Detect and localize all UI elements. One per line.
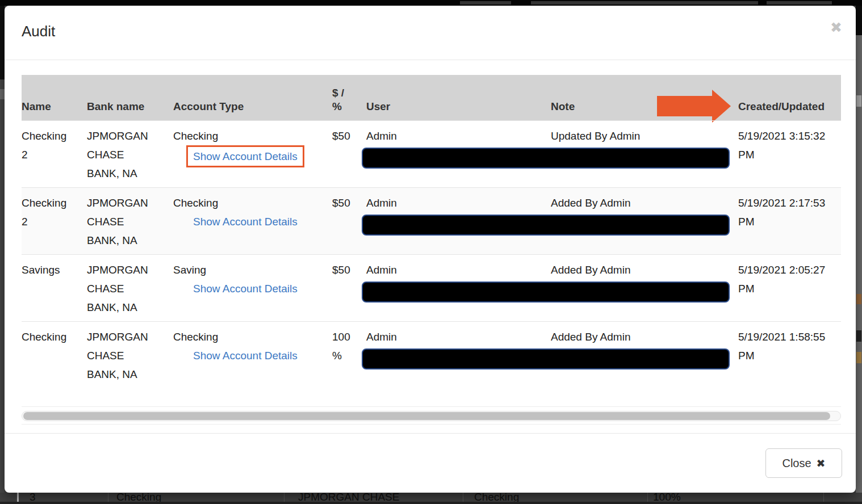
- account-type-cell: Checking Show Account Details: [173, 188, 332, 254]
- background-text-fragment: [0, 89, 5, 99]
- created-updated: 5/19/2021 3:15:32 PM: [738, 121, 840, 187]
- bank-name: JPMORGAN CHASE BANK, NA: [87, 255, 173, 321]
- amount: $50: [332, 121, 366, 187]
- background-dark-region: [856, 6, 862, 35]
- amount: 100 %: [332, 322, 366, 406]
- bank-name: JPMORGAN CHASE BANK, NA: [87, 188, 173, 254]
- background-text-fragment: [460, 1, 511, 5]
- background-text-fragment: [616, 1, 758, 5]
- account-type: Checking: [173, 197, 218, 209]
- modal-footer: Close ✖: [5, 433, 856, 493]
- close-icon[interactable]: ✖: [830, 20, 842, 35]
- background-dark-region: [0, 6, 5, 79]
- arrow-head: [712, 90, 731, 123]
- modal-header: Audit ✖: [5, 6, 856, 60]
- background-text-fragment: [856, 95, 861, 107]
- account-type: Checking: [173, 331, 218, 343]
- header-created-updated: Created/Updated: [738, 75, 840, 120]
- annotation-highlight-box: Show Account Details: [186, 145, 304, 167]
- header-account-type: Account Type: [173, 75, 332, 120]
- header-bank-name: Bank name: [87, 75, 173, 120]
- header-amount: $ / %: [332, 75, 366, 120]
- redacted-input[interactable]: [362, 282, 730, 303]
- bank-name: JPMORGAN CHASE BANK, NA: [87, 121, 173, 187]
- amount: $50: [332, 188, 366, 254]
- background-table-row: 3 Checking JPMORGAN CHASE Checking 100%: [0, 493, 862, 504]
- show-account-details-link[interactable]: Show Account Details: [193, 147, 298, 166]
- table-row: Checking JPMORGAN CHASE BANK, NA Checkin…: [22, 321, 841, 406]
- redacted-input[interactable]: [362, 348, 730, 369]
- background-text-fragment: [767, 1, 832, 5]
- show-account-details-link[interactable]: Show Account Details: [193, 346, 298, 365]
- modal-body: Name Bank name Account Type $ / % User N…: [5, 60, 856, 425]
- account-name: Savings: [22, 255, 87, 321]
- background-text-fragment: [856, 352, 861, 363]
- account-name: Checking 2: [22, 121, 87, 187]
- scrollbar-thumb[interactable]: [23, 412, 830, 420]
- background-text-fragment: [856, 330, 861, 342]
- account-type-cell: Saving Show Account Details: [173, 255, 332, 321]
- audit-modal: Audit ✖ Name Bank name Account Type $ / …: [5, 6, 856, 493]
- background-right-strip: [856, 6, 862, 493]
- bank-name: JPMORGAN CHASE BANK, NA: [87, 322, 173, 406]
- table-row: Checking 2 JPMORGAN CHASE BANK, NA Check…: [22, 120, 841, 187]
- redacted-input[interactable]: [362, 215, 730, 236]
- account-type: Checking: [173, 130, 218, 142]
- modal-title: Audit: [22, 23, 55, 40]
- account-type: Saving: [173, 264, 206, 276]
- account-name: Checking 2: [22, 188, 87, 254]
- background-left-strip: [0, 6, 5, 493]
- table-row: Checking 2 JPMORGAN CHASE BANK, NA Check…: [22, 187, 841, 254]
- account-type-cell: Checking Show Account Details: [173, 322, 332, 406]
- header-user: User: [366, 75, 551, 120]
- background-table-border: [17, 493, 19, 502]
- amount: $50: [332, 255, 366, 321]
- background-bottom-edge: [0, 502, 862, 504]
- audit-table: Name Bank name Account Type $ / % User N…: [22, 75, 841, 407]
- close-button[interactable]: Close ✖: [765, 448, 842, 478]
- created-updated: 5/19/2021 2:17:53 PM: [738, 188, 840, 254]
- arrow-shaft: [657, 96, 712, 116]
- show-account-details-link[interactable]: Show Account Details: [193, 279, 298, 298]
- show-account-details-link[interactable]: Show Account Details: [193, 212, 298, 231]
- horizontal-scrollbar: [22, 407, 841, 425]
- account-name: Checking: [22, 322, 87, 406]
- header-name: Name: [22, 75, 87, 120]
- table-header-row: Name Bank name Account Type $ / % User N…: [22, 75, 841, 120]
- background-text-fragment: [856, 294, 861, 304]
- account-type-cell: Checking Show Account Details: [173, 121, 332, 187]
- scrollbar-track[interactable]: [22, 411, 841, 421]
- table-row: Savings JPMORGAN CHASE BANK, NA Saving S…: [22, 254, 841, 321]
- annotation-arrow-icon: [657, 90, 731, 123]
- close-button-label: Close: [782, 457, 811, 470]
- redacted-input[interactable]: [362, 148, 730, 169]
- close-x-icon: ✖: [817, 457, 826, 470]
- background-text-fragment: [531, 1, 616, 5]
- background-top-bar: [0, 0, 862, 6]
- created-updated: 5/19/2021 2:05:27 PM: [738, 255, 840, 321]
- created-updated: 5/19/2021 1:58:55 PM: [738, 322, 840, 406]
